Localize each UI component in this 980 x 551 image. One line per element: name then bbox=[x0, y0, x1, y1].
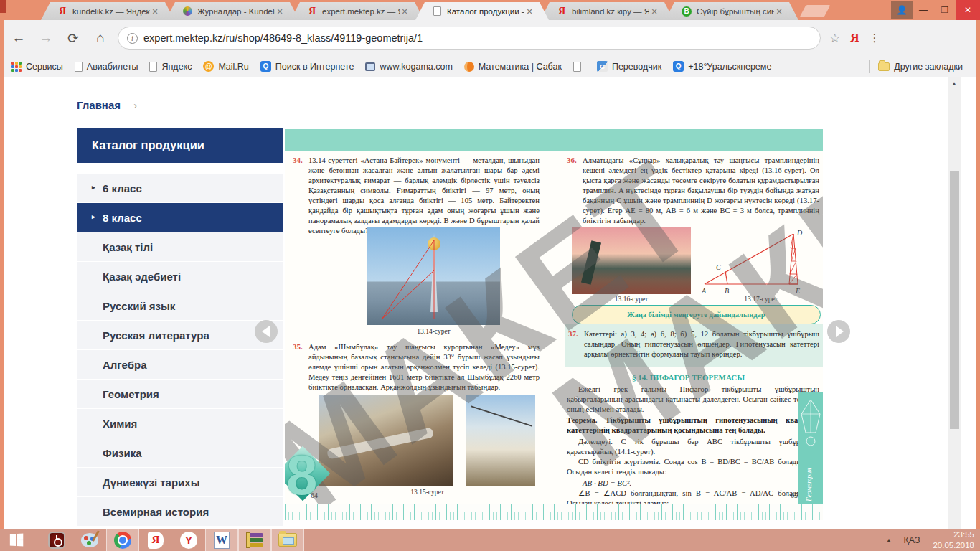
tab-close-icon[interactable]: ✕ bbox=[774, 6, 784, 17]
tab-bilimland-lesson[interactable]: B Сүйір бұрыштың синусы ✕ bbox=[665, 2, 798, 20]
start-button[interactable] bbox=[0, 529, 33, 551]
taskbar-word-app[interactable]: W bbox=[205, 529, 238, 551]
search-q-icon: Q bbox=[260, 61, 271, 72]
taskbar-chrome-app[interactable] bbox=[106, 529, 139, 551]
breadcrumb-chevron-icon: › bbox=[133, 100, 137, 111]
scrollbar-thumb[interactable] bbox=[950, 171, 959, 429]
taskbar-paint-app[interactable] bbox=[73, 529, 106, 551]
bookmark-label: Переводчик bbox=[612, 62, 661, 72]
sidebar-item-vsemirnaya-istoria[interactable]: Всемирная история bbox=[77, 497, 283, 526]
taskbar-clock[interactable]: 23:55 20.05.2018 bbox=[933, 529, 974, 550]
tab-expert-mektep-search[interactable]: Я expert.mektep.kz — Янде ✕ bbox=[291, 2, 424, 20]
sidebar-item-russkij-yazyk[interactable]: Русский язык bbox=[77, 291, 283, 320]
problem-number: 37. bbox=[568, 329, 584, 359]
sidebar-item-8-klass[interactable]: ▸ 8 класс bbox=[77, 203, 283, 232]
tab-bilimland-search[interactable]: Я bilimland.kz кіру — Янде ✕ bbox=[540, 2, 674, 20]
breadcrumb-home-link[interactable]: Главная bbox=[77, 99, 121, 111]
bookmark-label: Другие закладки bbox=[894, 62, 963, 72]
home-icon[interactable]: ⌂ bbox=[92, 30, 109, 46]
diagram-label-b: B bbox=[725, 287, 729, 295]
next-page-button[interactable] bbox=[827, 320, 850, 343]
bookmark-label: Яндекс bbox=[161, 62, 192, 72]
tab-close-icon[interactable]: ✕ bbox=[150, 6, 160, 17]
problem-34-text: 13.14-суреттегі «Астана-Бәйтерек» монуме… bbox=[308, 156, 540, 236]
taskbar-winrar-app[interactable] bbox=[238, 529, 271, 551]
yandex-favicon: Я bbox=[57, 6, 68, 17]
bookmark-matematika[interactable]: Математика | Сабак bbox=[464, 62, 562, 72]
sidebar-item-label: Геометрия bbox=[103, 388, 159, 400]
back-icon[interactable]: ← bbox=[10, 30, 27, 46]
sidebar-item-kazak-adebieti[interactable]: Қазақ әдебиеті bbox=[77, 262, 283, 291]
minimize-button[interactable]: — bbox=[913, 0, 934, 20]
bookmark-weather[interactable]: Q +18°Уральскпереме bbox=[673, 61, 771, 72]
arrow-left-icon bbox=[262, 326, 270, 337]
taskbar-explorer-app[interactable] bbox=[271, 529, 304, 551]
taskbar-yandex-app[interactable]: Я bbox=[139, 529, 172, 551]
language-indicator[interactable]: ҚАЗ bbox=[903, 535, 920, 545]
tab-close-icon[interactable]: ✕ bbox=[649, 6, 659, 17]
tab-catalog-active[interactable]: Каталог продукции — ТО ✕ bbox=[415, 2, 549, 20]
bookmark-mailru[interactable]: @ Mail.Ru bbox=[203, 61, 248, 72]
maximize-button[interactable]: ❐ bbox=[934, 0, 956, 20]
apps-grid-icon bbox=[11, 62, 22, 72]
sidebar-item-russkaya-literatura[interactable]: Русская литература bbox=[77, 321, 283, 349]
sidebar-item-fizika[interactable]: Физика bbox=[77, 438, 283, 467]
taskbar-power-app[interactable] bbox=[40, 529, 73, 551]
forward-icon[interactable]: → bbox=[37, 30, 55, 46]
scroll-up-arrow[interactable]: ▲ bbox=[951, 80, 957, 87]
bookmark-label: Mail.Ru bbox=[218, 62, 248, 72]
chapter-tab-label: Геометрия bbox=[805, 468, 813, 501]
diagram-label-a: A bbox=[702, 287, 707, 295]
bilimland-favicon: B bbox=[681, 6, 692, 17]
new-tab-button[interactable] bbox=[799, 5, 830, 17]
sidebar-item-dunie-tarihy[interactable]: Дүниежүзі тарихы bbox=[77, 468, 283, 496]
catalog-sidebar: Каталог продукции ▸ 6 класс ▸ 8 класс Қа… bbox=[77, 128, 283, 527]
bookmark-services[interactable]: Сервисы bbox=[11, 62, 63, 72]
expand-arrow-icon: ▸ bbox=[92, 184, 95, 191]
browser-menu-icon[interactable]: ⋮ bbox=[870, 32, 880, 44]
medeu-photo bbox=[319, 395, 453, 486]
web-page: Главная › Каталог продукции ▸ 6 класс ▸ … bbox=[4, 77, 962, 529]
bookmark-internet-search[interactable]: Q Поиск в Интернете bbox=[260, 61, 354, 72]
formula-1: AB · BD = BC². bbox=[583, 479, 631, 487]
bookmark-star-icon[interactable]: ☆ bbox=[829, 31, 840, 46]
bookmark-aviabilety[interactable]: Авиабилеты bbox=[75, 62, 138, 72]
kundelik-favicon bbox=[182, 6, 193, 17]
tab-kundelik-journals[interactable]: Журналдар - Kundelik.kz ✕ bbox=[166, 2, 299, 20]
tab-label: Журналдар - Kundelik.kz bbox=[197, 7, 275, 16]
bookmark-yandex[interactable]: Яндекс bbox=[149, 62, 192, 72]
other-bookmarks-button[interactable]: Другие закладки bbox=[878, 62, 963, 72]
window-corner-accent bbox=[0, 0, 6, 13]
bookmark-untitled-page[interactable] bbox=[573, 62, 585, 72]
sidebar-item-himia[interactable]: Химия bbox=[77, 409, 283, 438]
url-text[interactable]: expert.mektep.kz/ru/shop/48649-8_klass/4… bbox=[143, 32, 423, 44]
page-scrollbar[interactable]: ▲ bbox=[948, 77, 961, 529]
browser-toolbar: ← → ⟳ ⌂ i expert.mektep.kz/ru/shop/48649… bbox=[0, 20, 980, 56]
sidebar-item-geometria[interactable]: Геометрия bbox=[77, 380, 283, 408]
section-heading: § 14. ПИФАГОР ТЕОРЕМАСЫ bbox=[554, 373, 823, 382]
tab-kundelik-yandex[interactable]: Я kundelik.kz — Яндекс: на ✕ bbox=[41, 2, 174, 20]
page-info-icon[interactable]: i bbox=[127, 33, 138, 44]
taskbar-yandex-browser-app[interactable]: Y bbox=[172, 529, 205, 551]
tray-expand-icon[interactable]: ▲ bbox=[885, 537, 892, 544]
theorem-statement: Теорема. Тікбұрышты үшбұрыштың гипотенуз… bbox=[567, 415, 819, 435]
bookmark-translator[interactable]: G Переводчик bbox=[597, 61, 661, 72]
sidebar-item-kazak-tili[interactable]: Қазақ тілі bbox=[77, 232, 283, 261]
profile-button[interactable]: 👤 bbox=[891, 1, 913, 19]
textbook-viewer: МАКЕТ 34. 13.14-суреттегі «Астана-Бәйтер… bbox=[285, 129, 823, 520]
prev-page-button[interactable] bbox=[255, 320, 278, 343]
tab-close-icon[interactable]: ✕ bbox=[400, 6, 410, 17]
page-favicon bbox=[431, 6, 443, 17]
system-tray: ▲ ҚАЗ 23:55 20.05.2018 bbox=[885, 529, 974, 551]
browser-titlebar: Я kundelik.kz — Яндекс: на ✕ Журналдар -… bbox=[0, 0, 980, 20]
yandex-extension-icon[interactable]: Я bbox=[850, 31, 859, 45]
address-bar[interactable]: i expert.mektep.kz/ru/shop/48649-8_klass… bbox=[118, 27, 821, 50]
sidebar-item-6-klass[interactable]: ▸ 6 класс bbox=[77, 174, 283, 202]
page-icon bbox=[75, 62, 83, 72]
reload-icon[interactable]: ⟳ bbox=[65, 30, 82, 47]
tab-close-icon[interactable]: ✕ bbox=[524, 6, 534, 17]
tab-close-icon[interactable]: ✕ bbox=[275, 6, 285, 17]
close-button[interactable]: ✕ bbox=[956, 0, 980, 20]
sidebar-item-algebra[interactable]: Алгебра bbox=[77, 350, 283, 379]
bookmark-kogama[interactable]: www.kogama.com bbox=[365, 62, 452, 72]
